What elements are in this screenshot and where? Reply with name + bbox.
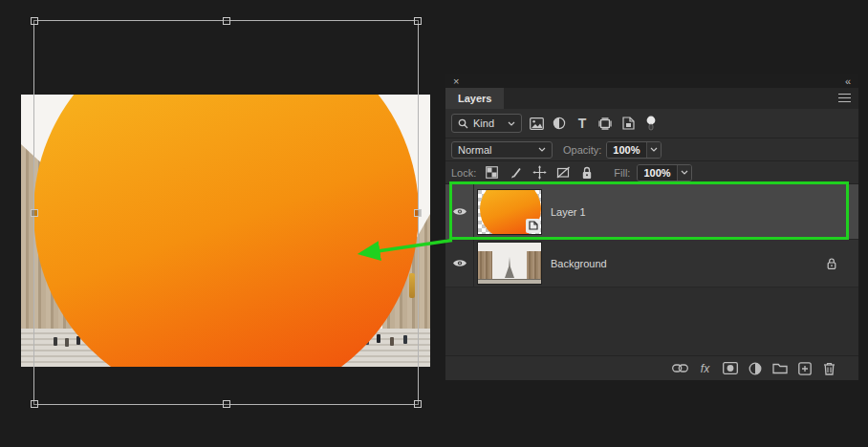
transform-handle-bottom-left[interactable] — [31, 400, 38, 408]
layers-list: Layer 1 Background — [445, 184, 858, 355]
blend-mode-dropdown[interactable]: Normal — [451, 141, 553, 159]
fill-label: Fill: — [614, 167, 630, 179]
chevron-down-icon[interactable] — [646, 142, 661, 158]
fill-value[interactable]: 100% — [638, 165, 676, 181]
panel-footer-toolbar: fx — [445, 355, 858, 380]
lock-row: Lock: Fill: 100% — [445, 161, 858, 184]
layer1-thumbnail[interactable] — [477, 189, 542, 235]
fx-icon[interactable]: fx — [697, 360, 713, 376]
tab-layers-label: Layers — [458, 93, 491, 104]
lock-transparency-icon[interactable] — [483, 164, 500, 181]
transform-handle-middle-right[interactable] — [414, 209, 422, 217]
collapse-panel-icon[interactable]: « — [845, 76, 851, 86]
layer-lock-icon[interactable] — [826, 257, 837, 269]
transform-handle-top-right[interactable] — [414, 17, 422, 25]
layer-row-background[interactable]: Background — [445, 240, 858, 287]
lock-label: Lock: — [451, 167, 476, 179]
lock-paint-icon[interactable] — [507, 164, 524, 181]
layer-mask-icon[interactable] — [722, 360, 738, 376]
thumb-eiffel-tower — [505, 257, 514, 278]
filter-kind-label: Kind — [473, 117, 494, 129]
delete-layer-icon[interactable] — [821, 360, 837, 376]
fx-label: fx — [701, 362, 709, 375]
panel-menu-icon[interactable] — [838, 94, 851, 104]
fill-control[interactable]: 100% — [637, 164, 691, 181]
lock-artboard-icon[interactable] — [554, 164, 572, 181]
eye-icon — [452, 206, 467, 217]
visibility-toggle[interactable] — [445, 240, 474, 287]
blend-row: Normal Opacity: 100% — [445, 138, 858, 161]
adjustment-filter-icon[interactable] — [551, 115, 568, 132]
transform-handle-top-left[interactable] — [31, 17, 38, 25]
transform-bounding-box[interactable] — [33, 20, 419, 405]
tab-layers[interactable]: Layers — [445, 88, 504, 109]
photoshop-workspace: × « Layers Kind — [0, 0, 868, 447]
opacity-control[interactable]: 100% — [606, 141, 661, 159]
chevron-down-icon — [508, 121, 515, 126]
thumb-ground — [478, 279, 541, 284]
new-layer-icon[interactable] — [796, 360, 813, 376]
image-filter-icon[interactable] — [528, 115, 545, 132]
filter-row: Kind T — [445, 109, 858, 138]
smart-object-filter-icon[interactable] — [619, 115, 637, 132]
layers-panel: × « Layers Kind — [445, 74, 858, 380]
panel-title-strip: × « — [445, 74, 858, 88]
visibility-toggle[interactable] — [445, 184, 474, 239]
close-icon[interactable]: × — [453, 76, 459, 86]
search-icon — [458, 118, 468, 129]
filter-kind-dropdown[interactable]: Kind — [451, 114, 522, 133]
chevron-down-icon[interactable] — [677, 165, 691, 181]
lock-all-icon[interactable] — [578, 164, 596, 181]
transform-handle-middle-left[interactable] — [31, 209, 38, 217]
type-filter-icon[interactable]: T — [574, 115, 591, 132]
link-icon[interactable] — [672, 360, 688, 376]
adjustment-layer-icon[interactable] — [747, 360, 763, 376]
transform-handle-bottom-center[interactable] — [223, 400, 230, 408]
opacity-label: Opacity: — [563, 144, 601, 156]
shape-filter-icon[interactable] — [597, 115, 614, 132]
blend-mode-value: Normal — [458, 144, 491, 156]
layer-row-layer1[interactable]: Layer 1 — [445, 184, 858, 240]
smart-object-badge-icon — [526, 219, 540, 233]
eye-icon — [452, 258, 467, 268]
layer-name[interactable]: Layer 1 — [551, 206, 586, 218]
background-thumbnail[interactable] — [477, 242, 542, 285]
transform-handle-bottom-right[interactable] — [414, 400, 422, 408]
filter-toggle-pin[interactable] — [642, 115, 660, 132]
chevron-down-icon — [538, 147, 546, 152]
lock-move-icon[interactable] — [531, 164, 548, 181]
new-group-icon[interactable] — [771, 360, 788, 376]
layer-name[interactable]: Background — [551, 258, 607, 269]
transform-handle-top-center[interactable] — [223, 17, 230, 25]
opacity-value[interactable]: 100% — [607, 142, 645, 158]
panel-tab-bar: Layers — [445, 88, 858, 109]
